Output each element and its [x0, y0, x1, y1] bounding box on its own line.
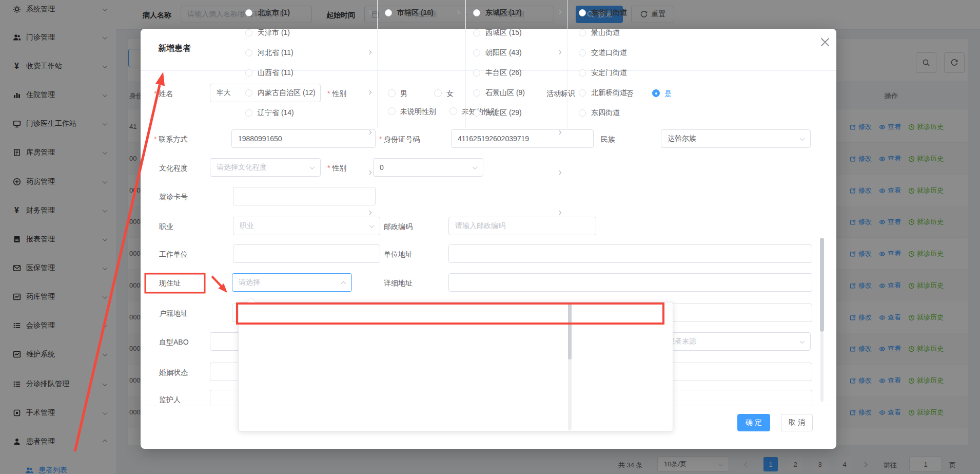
card-no-label: 就诊卡号 — [159, 193, 188, 202]
radio-icon[interactable] — [579, 9, 586, 16]
id-number-input[interactable]: 411625192602039719 — [451, 129, 594, 148]
card-no-input[interactable] — [233, 187, 376, 205]
unit-address-input[interactable] — [448, 244, 812, 263]
cascade-option-beixinqiao[interactable]: 北新桥街道 — [572, 83, 673, 103]
chevron-up-icon — [341, 281, 346, 287]
occupation-select[interactable]: 职业 — [233, 217, 380, 235]
radio-icon[interactable] — [579, 89, 586, 97]
contact-label: 联系方式 — [154, 135, 187, 144]
cascade-option-chaoyang[interactable]: 朝阳区 (43) — [466, 43, 567, 63]
postcode-input[interactable]: 请输入邮政编码 — [448, 217, 596, 235]
occupation-label: 职业 — [159, 222, 173, 232]
chevron-down-icon — [800, 338, 805, 344]
work-unit-label: 工作单位 — [159, 250, 188, 259]
contact-input[interactable]: 19880991650 — [231, 129, 376, 148]
modal-scrollbar-thumb[interactable] — [820, 238, 824, 332]
radio-icon[interactable] — [473, 29, 480, 36]
chevron-right-icon — [557, 10, 561, 14]
radio-icon[interactable] — [385, 9, 392, 16]
radio-icon[interactable] — [245, 9, 252, 16]
detail-address-input[interactable] — [448, 273, 812, 292]
cascade-option-hebei[interactable]: 河北省 (11) — [238, 43, 377, 63]
cascade-option-tianjin[interactable]: 天津市 (1) — [238, 23, 377, 43]
blood-type-label: 血型ABO — [159, 338, 189, 347]
name-label: 姓名 — [154, 89, 173, 99]
cascade-option-haidian[interactable]: 海淀区 (29) — [466, 103, 567, 123]
household-address-label: 户籍地址 — [159, 309, 188, 318]
radio-icon[interactable] — [473, 109, 480, 117]
radio-icon[interactable] — [245, 109, 252, 117]
education-label: 文化程度 — [159, 164, 188, 173]
modal-title: 新增患者 — [158, 43, 191, 54]
patient-source-select[interactable]: 患者来源 — [661, 332, 811, 351]
cascade-option-dongcheng[interactable]: 东城区 (17) — [466, 3, 567, 23]
ethnicity-select[interactable]: 达斡尔族 — [661, 129, 811, 148]
confirm-button[interactable]: 确 定 — [737, 414, 770, 431]
radio-icon[interactable] — [473, 69, 480, 77]
chevron-down-icon — [473, 164, 478, 169]
cancel-button[interactable]: 取 消 — [781, 414, 813, 431]
cascade-option-shanxi[interactable]: 山西省 (11) — [238, 63, 377, 83]
gender-code-label: 性别 — [327, 164, 346, 173]
postcode-label: 邮政编码 — [384, 222, 413, 232]
current-address-label: 现住址 — [159, 279, 181, 288]
radio-icon[interactable] — [245, 89, 252, 97]
detail-address-label: 详细地址 — [384, 279, 413, 288]
radio-icon[interactable] — [473, 89, 480, 97]
radio-icon[interactable] — [579, 69, 586, 77]
address-cascade-panel — [238, 302, 673, 431]
radio-icon[interactable] — [473, 9, 480, 16]
cascade-district-column: 东城区 (17) 西城区 (15) 朝阳区 (43) 丰台区 (26) 石景山区… — [466, 0, 567, 128]
cascade-option-neimenggu[interactable]: 内蒙古自治区 (12) — [238, 83, 377, 103]
cascade-street-column: 东华门街道 景山街道 交道口街道 安定门街道 北新桥街道 东四街道 — [572, 0, 673, 128]
chevron-down-icon — [800, 136, 805, 141]
cascade-city-column: 市辖区 (16) — [378, 0, 466, 128]
radio-icon[interactable] — [245, 29, 252, 36]
cascade-option-dongsi[interactable]: 东四街道 — [572, 103, 673, 123]
close-icon[interactable] — [819, 36, 831, 48]
cascade-option-jiaodaokou[interactable]: 交道口街道 — [572, 43, 673, 63]
radio-icon[interactable] — [579, 109, 586, 117]
cascade-option-fengtai[interactable]: 丰台区 (26) — [466, 63, 567, 83]
id-number-label: 身份证号码 — [379, 135, 420, 144]
cascade-option-beijing[interactable]: 北京市 (1) — [238, 3, 377, 23]
education-select[interactable]: 请选择文化程度 — [210, 158, 321, 177]
cascade-option-shijingshan[interactable]: 石景山区 (9) — [466, 83, 567, 103]
cascade-province-column: 北京市 (1) 天津市 (1) 河北省 (11) 山西省 (11) 内蒙古自治区… — [238, 0, 378, 128]
cascade-option-andingmen[interactable]: 安定门街道 — [572, 63, 673, 83]
chevron-down-icon — [369, 223, 375, 228]
cascade-option-shixiaqu[interactable]: 市辖区 (16) — [378, 3, 465, 23]
app-root: 系统管理 门诊管理 ¥ 收费工作站 住院管理 门诊医生工作站 库房管理 药房管理… — [0, 0, 980, 474]
radio-icon[interactable] — [245, 49, 252, 56]
cascade-scrollbar-thumb[interactable] — [568, 303, 572, 359]
cascade-option-xicheng[interactable]: 西城区 (15) — [466, 23, 567, 43]
cascade-option-donghuamen[interactable]: 东华门街道 — [572, 3, 673, 23]
chevron-right-icon — [456, 10, 460, 14]
gender-code-select[interactable]: 0 — [373, 158, 483, 177]
unit-address-label: 单位地址 — [384, 250, 413, 259]
radio-icon[interactable] — [473, 49, 480, 56]
marital-status-label: 婚姻状态 — [159, 368, 188, 377]
chevron-down-icon — [310, 164, 315, 169]
current-address-cascader[interactable]: 请选择 — [232, 273, 352, 292]
radio-icon[interactable] — [579, 49, 586, 56]
chevron-right-icon — [367, 10, 371, 14]
radio-icon[interactable] — [579, 29, 586, 36]
cascade-option-jingshan[interactable]: 景山街道 — [572, 23, 673, 43]
modal-scrollbar-track[interactable] — [820, 332, 824, 402]
work-unit-input[interactable] — [233, 244, 380, 263]
cascade-option-liaoning[interactable]: 辽宁省 (14) — [238, 103, 377, 123]
ethnicity-label: 民族 — [601, 135, 615, 144]
radio-icon[interactable] — [245, 69, 252, 77]
guardian-label: 监护人 — [159, 395, 181, 405]
